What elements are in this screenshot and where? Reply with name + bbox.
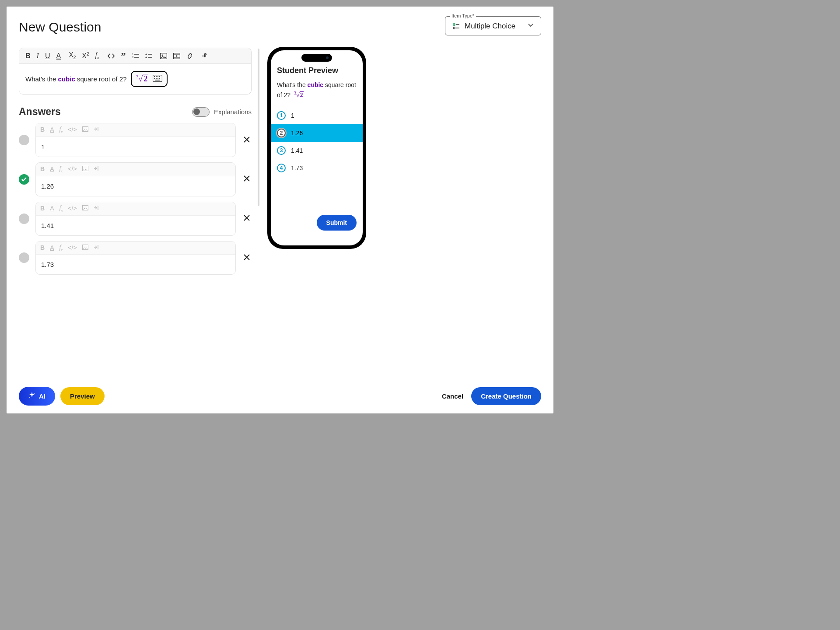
column-divider[interactable]: [258, 49, 259, 206]
svg-text:2: 2: [132, 56, 134, 59]
code-button[interactable]: </>: [68, 126, 77, 134]
svg-rect-26: [159, 78, 160, 79]
subscript-button[interactable]: X2: [69, 52, 76, 60]
page-title: New Question: [19, 20, 101, 35]
image-button[interactable]: [82, 165, 88, 173]
delete-answer-button[interactable]: [242, 214, 252, 224]
answers-header: Answers Explanations: [19, 106, 252, 118]
bold-button[interactable]: B: [40, 126, 45, 134]
image-button[interactable]: [82, 205, 88, 213]
text-color-button[interactable]: A: [50, 165, 54, 173]
question-text: What's the cubic square root of 2?: [25, 75, 126, 83]
text-color-button[interactable]: A: [56, 52, 61, 60]
answer-correct-radio[interactable]: [19, 174, 29, 185]
answer-correct-radio[interactable]: [19, 252, 29, 263]
paragraph-dir-button[interactable]: [94, 126, 100, 134]
svg-point-33: [29, 397, 30, 398]
image-button[interactable]: [82, 244, 88, 252]
code-button[interactable]: </>: [68, 244, 77, 252]
phone-frame: Student Preview What's the cubic square …: [267, 47, 366, 249]
item-type-value: Multiple Choice: [465, 22, 523, 31]
cancel-button[interactable]: Cancel: [434, 387, 471, 405]
bold-button[interactable]: B: [25, 52, 31, 60]
explanations-toggle[interactable]: [192, 107, 210, 117]
item-type-legend: Item Type*: [450, 13, 476, 18]
quote-button[interactable]: ”: [121, 53, 126, 59]
text-color-button[interactable]: A: [50, 126, 54, 134]
svg-text:1: 1: [132, 53, 134, 56]
ai-button[interactable]: AI: [19, 387, 55, 406]
ordered-list-button[interactable]: 12: [132, 53, 139, 59]
answer-text[interactable]: 1.41: [36, 216, 235, 235]
superscript-button[interactable]: X2: [82, 52, 89, 60]
create-question-button[interactable]: Create Question: [471, 387, 541, 405]
text-color-button[interactable]: A: [50, 205, 54, 213]
option-number-icon: 4: [277, 164, 286, 172]
image-button[interactable]: [82, 126, 88, 134]
paragraph-dir-button[interactable]: [94, 244, 100, 252]
answer-text[interactable]: 1: [36, 137, 235, 157]
item-type-select[interactable]: Item Type* Multiple Choice: [445, 16, 541, 35]
link-button[interactable]: [186, 53, 193, 59]
math-button[interactable]: fx: [59, 126, 63, 134]
math-button[interactable]: fx: [59, 244, 63, 252]
math-input-capsule[interactable]: 3√2: [131, 71, 168, 87]
image-button[interactable]: [160, 53, 167, 59]
answer-mini-toolbar: B A fx </>: [36, 242, 235, 255]
answer-correct-radio[interactable]: [19, 135, 29, 145]
question-content[interactable]: What's the cubic square root of 2? 3√2: [19, 64, 251, 94]
answer-mini-toolbar: B A fx </>: [36, 202, 235, 216]
svg-point-9: [145, 53, 147, 55]
app-root: Item Type* Multiple Choice New Question …: [7, 7, 553, 413]
code-button[interactable]: </>: [68, 165, 77, 173]
svg-point-3: [453, 27, 455, 29]
svg-rect-25: [158, 78, 158, 79]
italic-button[interactable]: I: [37, 52, 39, 60]
answer-text[interactable]: 1.73: [36, 255, 235, 274]
preview-option-list: 1121.2631.4141.73: [271, 107, 363, 177]
preview-option[interactable]: 11: [271, 107, 363, 124]
svg-point-14: [161, 54, 163, 56]
svg-rect-21: [158, 76, 158, 77]
option-number-icon: 2: [277, 129, 286, 137]
answer-correct-radio[interactable]: [19, 214, 29, 224]
phone-screen: Student Preview What's the cubic square …: [271, 50, 363, 245]
paragraph-dir-button[interactable]: [94, 165, 100, 173]
answer-card: B A fx </> 1.26: [35, 162, 236, 196]
code-button[interactable]: [107, 53, 115, 59]
text-color-button[interactable]: A: [50, 244, 54, 252]
preview-button[interactable]: Preview: [60, 387, 105, 405]
svg-point-1: [454, 24, 455, 25]
paragraph-dir-button[interactable]: [201, 53, 208, 59]
code-button[interactable]: </>: [68, 205, 77, 213]
bold-button[interactable]: B: [40, 205, 45, 213]
delete-answer-button[interactable]: [242, 174, 252, 184]
math-button[interactable]: fx: [59, 165, 63, 173]
keyboard-icon[interactable]: [153, 75, 162, 83]
video-button[interactable]: [173, 53, 180, 59]
option-number-icon: 3: [277, 146, 286, 155]
bold-button[interactable]: B: [40, 165, 45, 173]
preview-option[interactable]: 21.26: [271, 124, 363, 142]
svg-point-32: [34, 393, 35, 394]
unordered-list-button[interactable]: [145, 53, 152, 59]
preview-option[interactable]: 41.73: [271, 159, 363, 177]
math-button[interactable]: fx: [95, 52, 99, 60]
answer-text[interactable]: 1.26: [36, 176, 235, 196]
answer-row: B A fx </> 1.73: [19, 241, 252, 275]
submit-button[interactable]: Submit: [317, 215, 357, 231]
delete-answer-button[interactable]: [242, 253, 252, 263]
answer-row: B A fx </> 1.41: [19, 202, 252, 236]
delete-answer-button[interactable]: [242, 135, 252, 145]
paragraph-dir-button[interactable]: [94, 205, 100, 213]
math-button[interactable]: fx: [59, 205, 63, 213]
svg-rect-27: [155, 80, 160, 80]
answer-card: B A fx </> 1: [35, 123, 236, 157]
underline-button[interactable]: U: [45, 52, 50, 60]
answer-card: B A fx </> 1.73: [35, 241, 236, 275]
option-text: 1.73: [291, 164, 303, 172]
svg-rect-23: [154, 78, 155, 79]
preview-option[interactable]: 31.41: [271, 142, 363, 159]
bold-button[interactable]: B: [40, 244, 45, 252]
rich-text-toolbar: B I U A X2 X2 fx ” 12: [19, 48, 251, 64]
